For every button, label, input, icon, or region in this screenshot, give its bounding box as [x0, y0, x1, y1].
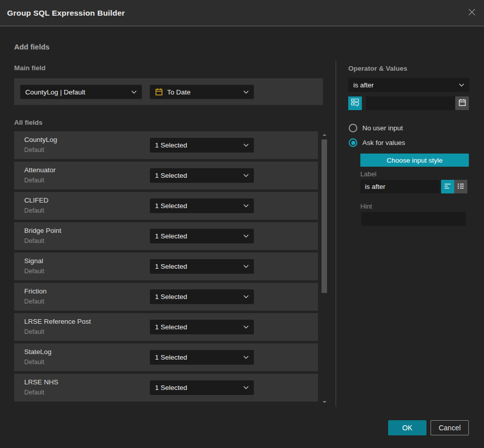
- dialog-title: Group SQL Expression Builder: [7, 0, 125, 26]
- field-selected-dropdown[interactable]: 1 Selected: [150, 320, 254, 334]
- field-name: Friction: [24, 287, 46, 295]
- field-selected-dropdown[interactable]: 1 Selected: [150, 289, 254, 304]
- radio-no-user-input[interactable]: No user input: [349, 124, 403, 132]
- field-row: CountyLog Default 1 Selected: [14, 131, 318, 159]
- label-input[interactable]: [360, 180, 440, 193]
- field-selected-value: 1 Selected: [155, 202, 240, 210]
- label-field-label: Label: [360, 170, 377, 178]
- field-subtitle: Default: [24, 146, 44, 154]
- chevron-down-icon: [243, 204, 249, 208]
- add-fields-heading: Add fields: [14, 43, 49, 51]
- field-selected-value: 1 Selected: [155, 293, 240, 301]
- radio-ask-for-values[interactable]: Ask for values: [349, 138, 405, 147]
- calendar-icon: [155, 88, 163, 96]
- choose-input-style-button[interactable]: Choose input style: [360, 154, 469, 167]
- field-selected-value: 1 Selected: [155, 384, 240, 391]
- calendar-picker-button[interactable]: [455, 96, 469, 110]
- main-field-dropdown-value: CountyLog | Default: [25, 88, 128, 96]
- chevron-down-icon: [459, 83, 464, 87]
- chevron-down-icon: [131, 90, 137, 94]
- operator-values-label: Operator & Values: [348, 65, 407, 72]
- stacked-rows-icon: [351, 98, 359, 109]
- calendar-icon: [458, 98, 466, 109]
- field-selected-value: 1 Selected: [155, 232, 240, 240]
- close-button[interactable]: [466, 7, 478, 19]
- list-style-button[interactable]: [454, 180, 467, 193]
- dialog-header: Group SQL Expression Builder: [0, 0, 484, 26]
- field-selected-value: 1 Selected: [155, 172, 240, 179]
- field-subtitle: Default: [24, 389, 44, 396]
- field-subtitle: Default: [24, 237, 44, 244]
- field-row: Signal Default 1 Selected: [14, 253, 318, 280]
- operator-dropdown-value: is after: [353, 81, 456, 89]
- date-type-dropdown[interactable]: To Date: [150, 85, 254, 99]
- main-field-panel: CountyLog | Default To Date: [14, 78, 323, 105]
- radio-selected-icon: [349, 138, 357, 147]
- main-field-dropdown[interactable]: CountyLog | Default: [20, 85, 142, 99]
- scrollbar-thumb[interactable]: [321, 139, 327, 293]
- vertical-divider: [336, 61, 336, 407]
- scroll-up-arrow-icon[interactable]: [322, 134, 327, 136]
- field-selected-dropdown[interactable]: 1 Selected: [150, 229, 254, 243]
- field-row: LRSE NHS Default 1 Selected: [14, 374, 318, 402]
- field-name: LRSE Reference Post: [24, 318, 91, 325]
- field-subtitle: Default: [24, 328, 44, 335]
- field-name: StateLog: [24, 348, 51, 356]
- field-selected-dropdown[interactable]: 1 Selected: [150, 138, 254, 153]
- field-name: CLIFED: [24, 196, 48, 204]
- field-subtitle: Default: [24, 207, 44, 214]
- main-field-label: Main field: [14, 64, 45, 72]
- field-name: Signal: [24, 257, 43, 265]
- chevron-down-icon: [243, 265, 249, 268]
- field-row: Attenuator Default 1 Selected: [14, 162, 318, 189]
- chevron-down-icon: [243, 90, 249, 94]
- all-fields-list: CountyLog Default 1 Selected Attenuator …: [14, 131, 318, 404]
- field-selected-value: 1 Selected: [155, 141, 240, 149]
- field-selected-value: 1 Selected: [155, 323, 240, 331]
- chevron-down-icon: [243, 234, 249, 238]
- hint-field-label: Hint: [360, 203, 372, 210]
- field-row: LRSE Reference Post Default 1 Selected: [14, 313, 318, 341]
- field-selected-dropdown[interactable]: 1 Selected: [150, 380, 254, 395]
- chevron-down-icon: [243, 295, 249, 298]
- chevron-down-icon: [243, 325, 249, 329]
- field-name: LRSE NHS: [24, 378, 59, 386]
- list-scrollbar[interactable]: [321, 131, 328, 404]
- hint-input[interactable]: [361, 212, 466, 226]
- field-selected-dropdown[interactable]: 1 Selected: [150, 198, 254, 213]
- all-fields-label: All fields: [14, 119, 42, 126]
- field-row: Friction Default 1 Selected: [14, 283, 318, 311]
- set-from-values-button[interactable]: [348, 96, 362, 110]
- field-name: Bridge Point: [24, 227, 62, 234]
- bulleted-list-icon: [457, 182, 465, 191]
- radio-no-user-input-label: No user input: [362, 124, 403, 132]
- chevron-down-icon: [243, 386, 249, 389]
- cancel-button[interactable]: Cancel: [431, 420, 469, 435]
- single-line-style-button[interactable]: [441, 180, 454, 193]
- radio-ask-for-values-label: Ask for values: [362, 139, 405, 146]
- group-sql-expression-builder-dialog: Group SQL Expression Builder Add fields …: [0, 0, 484, 448]
- align-left-icon: [444, 182, 452, 191]
- radio-circle-icon: [349, 124, 357, 132]
- operator-dropdown[interactable]: is after: [348, 78, 469, 92]
- field-selected-value: 1 Selected: [155, 354, 240, 361]
- field-name: Attenuator: [24, 166, 56, 174]
- chevron-down-icon: [243, 143, 249, 147]
- field-subtitle: Default: [24, 268, 44, 275]
- field-selected-value: 1 Selected: [155, 263, 240, 270]
- close-icon: [467, 8, 476, 19]
- scroll-down-arrow-icon[interactable]: [322, 401, 327, 403]
- field-row: StateLog Default 1 Selected: [14, 343, 318, 371]
- field-selected-dropdown[interactable]: 1 Selected: [150, 350, 254, 365]
- field-subtitle: Default: [24, 177, 44, 184]
- chevron-down-icon: [243, 174, 249, 177]
- field-row: CLIFED Default 1 Selected: [14, 192, 318, 220]
- field-selected-dropdown[interactable]: 1 Selected: [150, 259, 254, 274]
- field-selected-dropdown[interactable]: 1 Selected: [150, 168, 254, 183]
- value-input[interactable]: [366, 96, 455, 110]
- field-subtitle: Default: [24, 298, 44, 305]
- field-row: Bridge Point Default 1 Selected: [14, 222, 318, 250]
- ok-button[interactable]: OK: [388, 420, 426, 435]
- field-subtitle: Default: [24, 359, 44, 366]
- field-name: CountyLog: [24, 136, 57, 143]
